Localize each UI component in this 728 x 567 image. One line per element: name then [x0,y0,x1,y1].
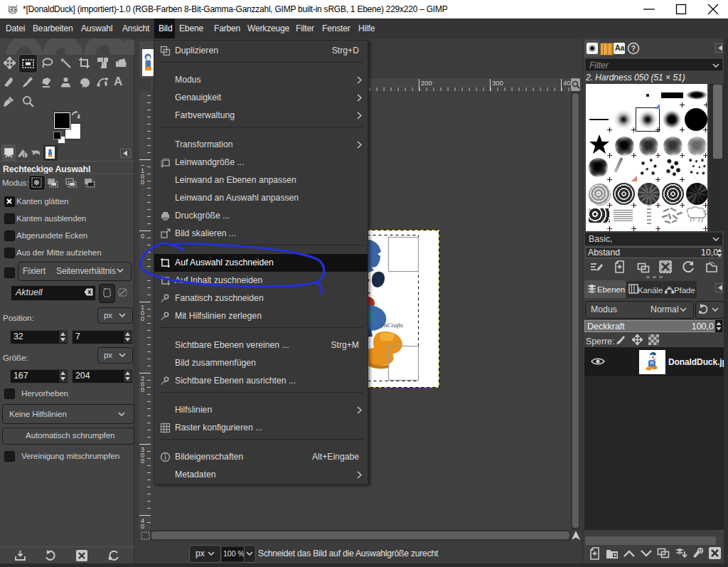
svg-text:i: i [24,153,26,158]
svg-text:?: ? [631,44,636,53]
